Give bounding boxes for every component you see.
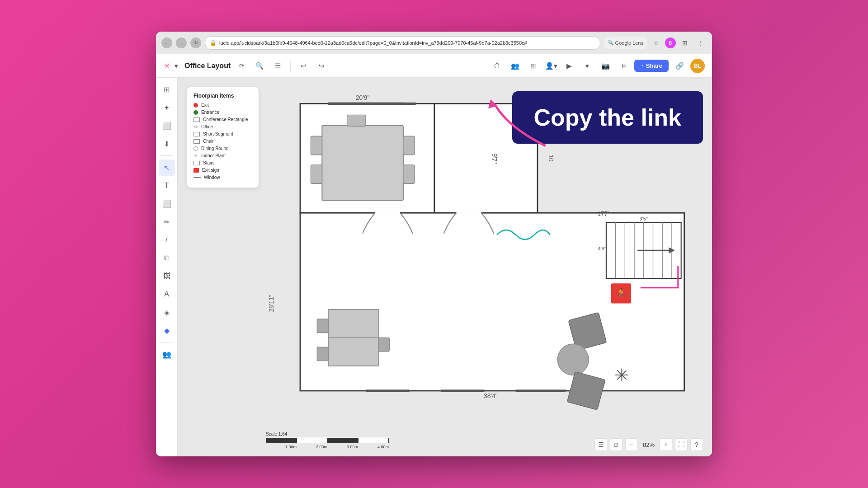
sidebar-cursor-icon[interactable]: ↖: [159, 160, 175, 176]
star-button[interactable]: ☆: [650, 37, 662, 49]
scale-segment-light-2: [358, 438, 389, 443]
people-button[interactable]: 👤▾: [544, 59, 558, 73]
legend-office-label: Office: [201, 124, 213, 129]
legend-item-conference: Conference Rectangle: [193, 117, 252, 122]
scale-ruler: [266, 438, 389, 443]
zoom-out-button[interactable]: −: [625, 438, 638, 451]
extensions-button[interactable]: ⊞: [679, 37, 691, 49]
svg-rect-12: [322, 126, 403, 201]
fit-to-screen-button[interactable]: ⊙: [610, 438, 623, 451]
legend-item-dining-round: Dining Round: [193, 146, 252, 151]
svg-rect-38: [317, 319, 328, 333]
legend-item-office: ⚙ Office: [193, 124, 252, 129]
present-button[interactable]: ▶: [562, 59, 576, 73]
zoom-value: 82%: [641, 441, 657, 448]
address-bar[interactable]: 🔒 lucid.app/lucidspark/3a1b6fb9-4648-496…: [205, 36, 600, 50]
menu-button[interactable]: ⋮: [694, 37, 707, 49]
exit-sign-icon: [193, 168, 199, 173]
sidebar-import-icon[interactable]: ⬇: [159, 136, 175, 152]
history-button[interactable]: ⟳: [234, 59, 249, 73]
timer-button[interactable]: ⏱: [490, 59, 504, 73]
svg-text:9'7": 9'7": [491, 154, 498, 164]
svg-text:28'11": 28'11": [268, 295, 275, 312]
forward-button[interactable]: →: [176, 38, 187, 48]
share-button[interactable]: ↑ Share: [634, 60, 669, 72]
logo-icon: ✳: [163, 61, 171, 71]
scale-bar: Scale 1:64 1.00m 2.00m 3.00m 4.00m: [266, 432, 389, 449]
scale-mark-4: 4.00m: [377, 445, 389, 449]
scale-segment-light-1: [297, 438, 327, 443]
sidebar-frame-icon[interactable]: ⬜: [159, 117, 175, 134]
back-button[interactable]: ←: [161, 38, 172, 48]
sidebar-image-icon[interactable]: 🖼: [159, 268, 175, 284]
share-link-button[interactable]: 🔗: [672, 59, 687, 73]
profile-circle[interactable]: B: [665, 38, 676, 48]
sidebar-clone-icon[interactable]: ⧉: [159, 250, 175, 266]
chair-rect: [193, 139, 200, 144]
logo-dropdown-button[interactable]: ▾: [174, 59, 179, 73]
video-button[interactable]: 📷: [598, 59, 613, 73]
svg-text:4'9": 4'9": [598, 246, 606, 251]
copy-link-text: Copy the link: [534, 104, 681, 131]
toolbar: ✳ ▾ Office Layout ⟳ 🔍 ☰ ↩ ↪ ⏱ 👥 ⊞ 👤▾ ▶ ▾…: [156, 54, 712, 78]
legend-conference-label: Conference Rectangle: [203, 117, 248, 122]
svg-text:38'4": 38'4": [484, 392, 498, 399]
main-content: ⊞ ✦ ⬜ ⬇ ↖ T ⬜ ✏ / ⧉ 🖼 A ◈ ◆ 👥: [156, 78, 712, 456]
undo-button[interactable]: ↩: [296, 59, 311, 73]
icon-sidebar: ⊞ ✦ ⬜ ⬇ ↖ T ⬜ ✏ / ⧉ 🖼 A ◈ ◆ 👥: [156, 78, 178, 456]
lens-button[interactable]: 🔍 Google Lens: [604, 37, 647, 49]
svg-text:20'9": 20'9": [356, 94, 370, 101]
legend-stairs-label: Stairs: [203, 160, 215, 165]
canvas-area[interactable]: Floorplan items Exit Entrance Conference…: [178, 78, 712, 456]
svg-text:✳: ✳: [614, 366, 629, 385]
menu-dots-button[interactable]: ☰: [270, 59, 285, 73]
sidebar-fill-icon[interactable]: ◈: [159, 304, 175, 320]
grid-button[interactable]: ⊞: [526, 59, 540, 73]
legend-chair-label: Chair: [203, 139, 214, 144]
sidebar-diamond-icon[interactable]: ◆: [159, 322, 175, 338]
legend-entrance-label: Entrance: [201, 110, 219, 115]
legend-item-chair: Chair: [193, 139, 252, 144]
logo-area: ✳ ▾: [163, 59, 179, 73]
svg-rect-37: [328, 338, 378, 366]
avatar[interactable]: BL: [690, 59, 705, 73]
redo-button[interactable]: ↪: [314, 59, 329, 73]
svg-text:10': 10': [547, 155, 555, 163]
copy-link-banner: Copy the link: [512, 91, 703, 144]
zoom-in-button[interactable]: +: [660, 438, 672, 451]
indoor-plant-gear: ✳: [193, 154, 198, 158]
sidebar-collab-icon[interactable]: 👥: [159, 346, 175, 362]
legend-item-exit-sign: Exit sign: [193, 168, 252, 173]
screen-button[interactable]: 🖥: [616, 59, 631, 73]
fullscreen-button[interactable]: ⛶: [675, 438, 688, 451]
svg-text:🏃: 🏃: [616, 288, 627, 298]
svg-text:177': 177': [597, 210, 609, 217]
sidebar-shape-icon[interactable]: ✦: [159, 99, 175, 116]
help-button[interactable]: ?: [690, 438, 703, 451]
toolbar-right: ⏱ 👥 ⊞ 👤▾ ▶ ▾ 📷 🖥 ↑ Share 🔗 BL: [490, 59, 705, 73]
legend-item-short-segment: Short Segment: [193, 131, 252, 136]
sidebar-annotate-icon[interactable]: A: [159, 286, 175, 302]
sidebar-text-icon[interactable]: T: [159, 178, 175, 194]
search-button[interactable]: 🔍: [252, 59, 267, 73]
svg-point-42: [557, 344, 589, 375]
sidebar-draw-icon[interactable]: ✏: [159, 214, 175, 230]
present-dropdown[interactable]: ▾: [580, 59, 594, 73]
collab-button[interactable]: 👥: [508, 59, 522, 73]
legend-panel: Floorplan items Exit Entrance Conference…: [187, 87, 259, 188]
legend-item-indoor-plant: ✳ Indoor Plant: [193, 153, 252, 158]
legend-indoor-plant-label: Indoor Plant: [201, 153, 226, 158]
scale-marks: 1.00m 2.00m 3.00m 4.00m: [266, 445, 389, 449]
conference-rect: [193, 117, 200, 122]
refresh-button[interactable]: ↻: [190, 38, 201, 48]
sidebar-table-icon[interactable]: ⊞: [159, 81, 175, 98]
sidebar-line-icon[interactable]: /: [159, 232, 175, 248]
list-view-button[interactable]: ☰: [594, 438, 607, 451]
svg-rect-13: [311, 136, 322, 155]
browser-window: ← → ↻ 🔒 lucid.app/lucidspark/3a1b6fb9-46…: [156, 32, 712, 456]
sidebar-container-icon[interactable]: ⬜: [159, 196, 175, 212]
legend-exit-sign-label: Exit sign: [202, 168, 219, 173]
app: ✳ ▾ Office Layout ⟳ 🔍 ☰ ↩ ↪ ⏱ 👥 ⊞ 👤▾ ▶ ▾…: [156, 54, 712, 456]
scale-mark-1: 1.00m: [285, 445, 297, 449]
svg-rect-39: [317, 347, 328, 361]
